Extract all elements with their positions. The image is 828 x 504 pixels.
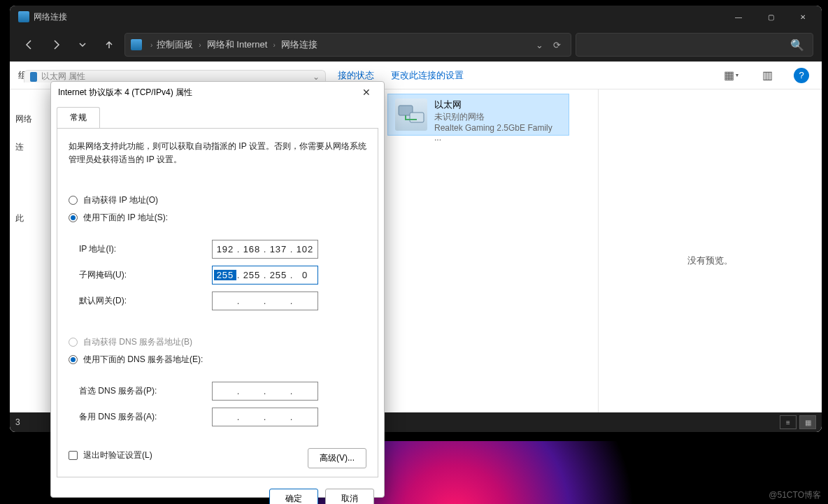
default-gateway-input[interactable]: . . . (212, 291, 318, 310)
preferred-dns-input[interactable]: . . . (212, 382, 318, 401)
checkbox-label: 退出时验证设置(L) (83, 449, 152, 461)
radio-manual-ip[interactable]: 使用下面的 IP 地址(S): (69, 212, 366, 224)
breadcrumb[interactable]: 网络连接 (280, 38, 319, 51)
help-icon: ? (799, 70, 804, 80)
forward-button[interactable] (45, 34, 67, 56)
radio-auto-dns: 自动获得 DNS 服务器地址(B) (69, 336, 366, 348)
refresh-button[interactable]: ⟳ (549, 40, 565, 50)
radio-label: 使用下面的 IP 地址(S): (83, 212, 168, 224)
radio-icon (69, 355, 78, 364)
ip-address-label: IP 地址(I): (79, 243, 212, 255)
grid-icon: ▦ (724, 69, 734, 82)
breadcrumb[interactable]: 网络和 Internet (206, 38, 269, 51)
watermark: @51CTO博客 (769, 489, 821, 501)
radio-label: 自动获得 IP 地址(O) (83, 194, 158, 206)
chevron-down-icon: ⌄ (313, 72, 320, 82)
search-input[interactable]: 🔍 (576, 33, 813, 57)
dialog-titlebar[interactable]: Internet 协议版本 4 (TCP/IPv4) 属性 ✕ (51, 82, 384, 103)
tab-general[interactable]: 常规 (57, 107, 100, 128)
dialog-description: 如果网络支持此功能，则可以获取自动指派的 IP 设置。否则，你需要从网络系统管理… (69, 140, 366, 166)
window-title: 网络连接 (34, 11, 67, 23)
network-adapter-item[interactable]: 以太网 未识别的网络 Realtek Gaming 2.5GbE Family … (387, 94, 569, 136)
view-options-button[interactable]: ▦▾ (721, 66, 741, 85)
adapter-device: Realtek Gaming 2.5GbE Family ... (434, 123, 562, 143)
radio-icon (69, 213, 78, 222)
default-gateway-label: 默认网关(D): (79, 295, 212, 307)
view-details-button[interactable]: ≡ (780, 415, 797, 429)
checkbox-icon (69, 451, 78, 460)
chevron-right-icon[interactable]: › (148, 41, 155, 49)
address-bar[interactable]: › 控制面板 › 网络和 Internet › 网络连接 ⌄ ⟳ (124, 33, 571, 57)
truncated-sidebar: 网络 连 此 (15, 70, 32, 213)
address-dropdown[interactable]: ⌄ (530, 40, 549, 50)
location-icon (131, 39, 142, 50)
ipv4-properties-dialog: Internet 协议版本 4 (TCP/IPv4) 属性 ✕ 常规 如果网络支… (50, 81, 385, 498)
nav-toolbar: › 控制面板 › 网络和 Internet › 网络连接 ⌄ ⟳ 🔍 (10, 28, 822, 62)
advanced-button[interactable]: 高级(V)... (308, 448, 366, 468)
search-icon: 🔍 (790, 38, 804, 52)
titlebar[interactable]: 网络连接 — ▢ ✕ (10, 6, 822, 28)
ip-address-input[interactable]: 192. 168. 137. 102 (212, 240, 318, 259)
preview-pane-button[interactable]: ▥ (757, 66, 777, 85)
alternate-dns-label: 备用 DNS 服务器(A): (79, 411, 212, 423)
adapter-status: 未识别的网络 (434, 111, 562, 123)
radio-icon (69, 338, 78, 347)
subnet-mask-label: 子网掩码(U): (79, 269, 212, 281)
maximize-button[interactable]: ▢ (755, 6, 787, 28)
dialog-close-button[interactable]: ✕ (356, 82, 377, 102)
details-pane-icon: ▥ (762, 69, 773, 82)
recent-button[interactable] (71, 34, 94, 56)
minimize-button[interactable]: — (722, 6, 755, 28)
radio-manual-dns[interactable]: 使用下面的 DNS 服务器地址(E): (69, 354, 366, 366)
connection-status-link[interactable]: 接的状态 (338, 69, 374, 82)
radio-icon (69, 196, 78, 205)
ok-button[interactable]: 确定 (269, 489, 318, 504)
radio-label: 自动获得 DNS 服务器地址(B) (83, 336, 192, 348)
dialog-title: Internet 协议版本 4 (TCP/IPv4) 属性 (58, 87, 192, 99)
chevron-right-icon[interactable]: › (197, 41, 202, 49)
adapter-name: 以太网 (434, 99, 562, 111)
no-preview-label: 没有预览。 (687, 254, 733, 267)
svg-rect-1 (410, 113, 424, 122)
ethernet-icon (395, 99, 427, 131)
close-button[interactable]: ✕ (787, 6, 819, 28)
help-button[interactable]: ? (794, 68, 809, 83)
breadcrumb[interactable]: 控制面板 (155, 38, 194, 51)
item-count: 3 (15, 417, 20, 427)
app-icon (18, 11, 29, 22)
view-large-button[interactable]: ▦ (799, 415, 816, 429)
radio-auto-ip[interactable]: 自动获得 IP 地址(O) (69, 194, 366, 206)
back-button[interactable] (18, 34, 41, 56)
radio-label: 使用下面的 DNS 服务器地址(E): (83, 354, 203, 366)
change-settings-link[interactable]: 更改此连接的设置 (391, 69, 464, 82)
alternate-dns-input[interactable]: . . . (212, 408, 318, 426)
up-button[interactable] (98, 34, 120, 56)
preview-pane: 没有预览。 (598, 89, 822, 432)
preferred-dns-label: 首选 DNS 服务器(P): (79, 385, 212, 397)
subnet-mask-input[interactable]: 255. 255. 255. 0 (212, 266, 318, 285)
cancel-button[interactable]: 取消 (325, 489, 374, 504)
chevron-right-icon[interactable]: › (271, 41, 276, 49)
